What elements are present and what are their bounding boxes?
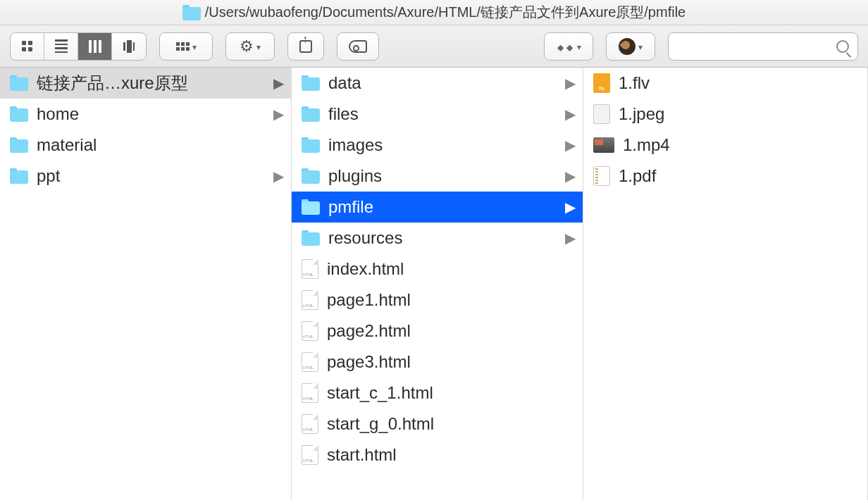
html-file-icon: [302, 414, 318, 434]
folder-icon: [10, 106, 28, 122]
search-input[interactable]: [668, 32, 858, 61]
file-row[interactable]: 1.pdf: [583, 161, 867, 192]
folder-row[interactable]: material: [0, 130, 291, 161]
chevron-right-icon: ▶: [565, 106, 576, 123]
item-label: 链接产品…xure原型: [37, 72, 265, 94]
mp4-file-icon: [593, 137, 614, 153]
file-row[interactable]: page1.html: [292, 285, 583, 315]
chevron-right-icon: ▶: [565, 137, 576, 154]
chevron-right-icon: ▶: [565, 199, 576, 215]
chevron-right-icon: ▶: [565, 75, 576, 92]
folder-icon: [10, 168, 28, 184]
column-2[interactable]: data▶files▶images▶plugins▶pmfile▶resourc…: [292, 68, 583, 500]
file-row[interactable]: 1.mp4: [583, 130, 867, 161]
column-browser: 链接产品…xure原型▶home▶materialppt▶ data▶files…: [0, 68, 868, 500]
html-file-icon: [302, 259, 318, 279]
item-label: plugins: [328, 166, 557, 186]
chevron-right-icon: ▶: [565, 230, 576, 246]
share-button[interactable]: [287, 32, 324, 61]
chevron-down-icon: ▾: [577, 42, 581, 52]
folder-row[interactable]: home▶: [0, 99, 291, 130]
pdf-file-icon: [593, 166, 610, 186]
item-label: 1.mp4: [623, 135, 860, 155]
jpeg-file-icon: [593, 104, 610, 124]
chevron-right-icon: ▶: [565, 168, 576, 185]
item-label: 1.jpeg: [619, 104, 860, 124]
file-row[interactable]: start.html: [292, 439, 583, 470]
column-view-button[interactable]: [78, 33, 112, 60]
item-label: files: [328, 104, 557, 124]
coverflow-view-button[interactable]: [112, 33, 146, 60]
item-label: 1.pdf: [619, 166, 860, 186]
file-row[interactable]: 1.jpeg: [583, 99, 867, 130]
icon-view-button[interactable]: [11, 33, 44, 60]
item-label: start.html: [327, 445, 576, 465]
chevron-right-icon: ▶: [273, 75, 284, 92]
folder-row[interactable]: 链接产品…xure原型▶: [0, 68, 291, 99]
file-row[interactable]: start_c_1.html: [292, 377, 583, 408]
item-label: material: [37, 135, 284, 155]
item-label: resources: [328, 228, 557, 248]
chevron-down-icon: ▾: [256, 42, 261, 52]
acorn-icon: [619, 38, 636, 55]
file-row[interactable]: index.html: [292, 254, 583, 285]
folder-icon: [302, 168, 320, 184]
column-view-icon: [89, 40, 101, 53]
search-icon: [836, 40, 849, 53]
item-label: home: [37, 104, 265, 124]
arrange-button[interactable]: ▾: [159, 32, 213, 61]
list-view-icon: [55, 39, 68, 53]
item-label: page1.html: [327, 290, 576, 310]
list-view-button[interactable]: [44, 33, 78, 60]
item-label: page2.html: [327, 321, 576, 341]
folder-icon: [302, 137, 320, 153]
dropbox-button[interactable]: ⬥⬥ ▾: [544, 32, 593, 61]
item-label: start_g_0.html: [327, 414, 576, 434]
tag-icon: [349, 40, 367, 53]
folder-row[interactable]: plugins▶: [292, 161, 583, 192]
folder-row[interactable]: ppt▶: [0, 161, 291, 192]
file-row[interactable]: start_g_0.html: [292, 408, 583, 439]
file-row[interactable]: flv1.flv: [583, 68, 867, 99]
coverflow-view-icon: [123, 40, 135, 53]
tags-button[interactable]: [337, 32, 379, 61]
item-label: index.html: [327, 259, 576, 279]
html-file-icon: [302, 383, 318, 403]
column-3[interactable]: flv1.flv1.jpeg1.mp41.pdf: [583, 68, 868, 500]
toolbar: ▾ ⚙ ▾ ⬥⬥ ▾ ▾: [0, 25, 868, 68]
flv-file-icon: flv: [593, 73, 610, 93]
item-label: 1.flv: [619, 73, 860, 93]
file-row[interactable]: page2.html: [292, 315, 583, 346]
column-1[interactable]: 链接产品…xure原型▶home▶materialppt▶: [0, 68, 292, 500]
chevron-down-icon: ▾: [192, 42, 197, 52]
html-file-icon: [302, 445, 318, 465]
acorn-button[interactable]: ▾: [606, 32, 655, 61]
item-label: start_c_1.html: [327, 383, 576, 403]
item-label: ppt: [37, 166, 265, 186]
icon-view-icon: [22, 41, 32, 51]
folder-row[interactable]: resources▶: [292, 223, 583, 254]
folder-icon: [302, 199, 320, 215]
folder-row[interactable]: files▶: [292, 99, 583, 130]
folder-icon: [10, 137, 28, 153]
folder-row[interactable]: images▶: [292, 130, 583, 161]
action-button[interactable]: ⚙ ▾: [225, 32, 275, 61]
html-file-icon: [302, 290, 318, 310]
folder-row[interactable]: pmfile▶: [292, 192, 583, 223]
folder-icon: [302, 230, 320, 246]
html-file-icon: [302, 321, 318, 341]
share-icon: [299, 40, 312, 53]
folder-row[interactable]: data▶: [292, 68, 583, 99]
gear-icon: ⚙: [240, 37, 254, 56]
item-label: data: [328, 73, 557, 93]
folder-icon: [302, 106, 320, 122]
chevron-right-icon: ▶: [273, 106, 284, 123]
folder-icon: [10, 75, 28, 91]
item-label: pmfile: [328, 197, 557, 217]
item-label: page3.html: [327, 352, 576, 372]
html-file-icon: [302, 352, 318, 372]
window-title: /Users/wubaofeng/Documents/Axure/HTML/链接…: [205, 3, 686, 22]
file-row[interactable]: page3.html: [292, 346, 583, 377]
window-titlebar: /Users/wubaofeng/Documents/Axure/HTML/链接…: [0, 0, 868, 25]
grid-icon: [176, 42, 190, 51]
